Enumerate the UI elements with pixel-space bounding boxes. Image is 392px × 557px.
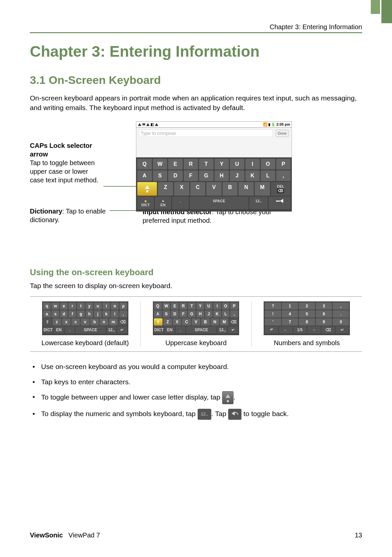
enter-icon: ↵ (228, 326, 238, 334)
subsection-title: Using the on-screen keyboard (30, 267, 362, 278)
back-icon: ↶ (265, 326, 278, 334)
done-button[interactable]: Done (276, 130, 289, 137)
bullet-2: Tap keys to enter characters. (30, 374, 362, 390)
left-icon: ← (279, 326, 293, 334)
header-rule (30, 32, 362, 33)
period-key[interactable]: . (172, 197, 189, 209)
col-lowercase: qwertyuiop asdfghjkl, ⇧ zxcvbnm ⌫ DICT E… (30, 301, 141, 347)
using-intro: Tap the screen to display on-screen keyb… (30, 281, 362, 290)
enter-key[interactable] (269, 197, 291, 209)
key-k[interactable]: K (245, 170, 260, 181)
key-e[interactable]: E (168, 159, 183, 169)
key-c[interactable]: C (190, 182, 206, 196)
key-j[interactable]: J (230, 170, 244, 181)
del-icon: ⌫ (229, 318, 238, 326)
lang-key[interactable]: ●EN (155, 197, 171, 209)
key-o[interactable]: O (261, 159, 275, 169)
phone-mockup: ✉◧ 📶▮🔋2:05 pm Type to compose Done Q W E… (136, 121, 292, 212)
page-footer: ViewSonic ViewPad 7 13 (30, 531, 362, 539)
enter-icon: ↵ (117, 326, 127, 334)
key-g[interactable]: G (199, 170, 214, 181)
del-icon: ⌫ (321, 326, 335, 334)
key-x[interactable]: X (174, 182, 189, 196)
inline-back-icon (228, 409, 241, 420)
key-w[interactable]: W (153, 159, 167, 169)
key-i[interactable]: I (245, 159, 260, 169)
running-header: Chapter 3: Entering Information (30, 23, 362, 31)
delete-key[interactable]: DEL⌫ (271, 182, 291, 196)
key-z[interactable]: Z (158, 182, 173, 196)
key-t[interactable]: T (199, 159, 214, 169)
del-icon: ⌫ (118, 318, 127, 326)
key-m[interactable]: M (255, 182, 270, 196)
col-numbers: ?123, !456. '7890 ↶ ← 1/5 → ⌫ ↵ Numbers … (252, 301, 362, 347)
keyboard-diagram: CAPs Lock selector arrow Tap to toggle b… (30, 121, 362, 247)
keyboard-variants-table: qwertyuiop asdfghjkl, ⇧ zxcvbnm ⌫ DICT E… (30, 296, 362, 352)
col-uppercase: QWERTYUIOP ASDFGHJKL, ⇧ ZXCVBNM ⌫ DICT E… (141, 301, 251, 347)
caption-uppercase: Uppercase keyboard (144, 339, 248, 347)
callout-dictionary: Dictionary: Tap to enable dictionary. (30, 207, 109, 224)
right-icon: → (307, 326, 321, 334)
caption-lowercase: Lowercase keyboard (default) (33, 339, 137, 347)
bullet-4: To display the numeric and symbols keybo… (30, 406, 362, 422)
status-bar: ✉◧ 📶▮🔋2:05 pm (136, 121, 292, 128)
mini-kbd-upper: QWERTYUIOP ASDFGHJKL, ⇧ ZXCVBNM ⌫ DICT E… (153, 301, 239, 335)
page-tab-decoration (371, 0, 392, 23)
key-s[interactable]: S (153, 170, 167, 181)
key-q[interactable]: Q (137, 159, 152, 169)
instruction-list: Use on-screen keyboard as you would a co… (30, 359, 362, 422)
shift-key[interactable] (137, 182, 157, 196)
callout-caps-lock: CAPs Lock selector arrow Tap to toggle b… (30, 141, 103, 184)
key-r[interactable]: R (184, 159, 198, 169)
section-title: 3.1 On-Screen Keyboard (30, 74, 362, 87)
key-y[interactable]: Y (215, 159, 229, 169)
key-h[interactable]: H (215, 170, 229, 181)
key-f[interactable]: F (184, 170, 198, 181)
space-key[interactable]: SPACE (190, 197, 248, 209)
key-d[interactable]: D (168, 170, 183, 181)
shift-icon: ⇧ (154, 318, 163, 326)
key-a[interactable]: A (137, 170, 152, 181)
inline-shift-icon (222, 391, 233, 404)
mini-kbd-nums: ?123, !456. '7890 ↶ ← 1/5 → ⌫ ↵ (264, 301, 350, 335)
key-b[interactable]: B (223, 182, 238, 196)
intro-paragraph: On-screen keyboard appears in portrait m… (30, 93, 362, 113)
mini-kbd-lower: qwertyuiop asdfghjkl, ⇧ zxcvbnm ⌫ DICT E… (42, 301, 128, 335)
key-n[interactable]: N (238, 182, 254, 196)
key-l[interactable]: L (261, 170, 275, 181)
bullet-1: Use on-screen keyboard as you would a co… (30, 359, 362, 374)
chapter-title: Chapter 3: Entering Information (30, 42, 362, 60)
enter-icon: ↵ (336, 326, 349, 334)
on-screen-keyboard: Q W E R T Y U I O P A S D F G H (136, 157, 292, 212)
key-u[interactable]: U (230, 159, 244, 169)
bullet-3: To toggle between upper and lower case l… (30, 389, 362, 406)
key-p[interactable]: P (276, 159, 291, 169)
key-v[interactable]: V (206, 182, 222, 196)
dict-key[interactable]: DICT (137, 197, 154, 209)
inline-num-icon: 12., (198, 409, 212, 420)
caption-numbers: Numbers and symbols (255, 339, 359, 347)
shift-icon: ⇧ (43, 318, 52, 326)
numeric-key[interactable]: 12., (249, 197, 268, 209)
compose-hint: Type to compose (139, 130, 273, 137)
key-comma[interactable]: , (276, 170, 291, 181)
page-number: 13 (355, 531, 362, 539)
compose-area: Type to compose Done (136, 128, 292, 157)
